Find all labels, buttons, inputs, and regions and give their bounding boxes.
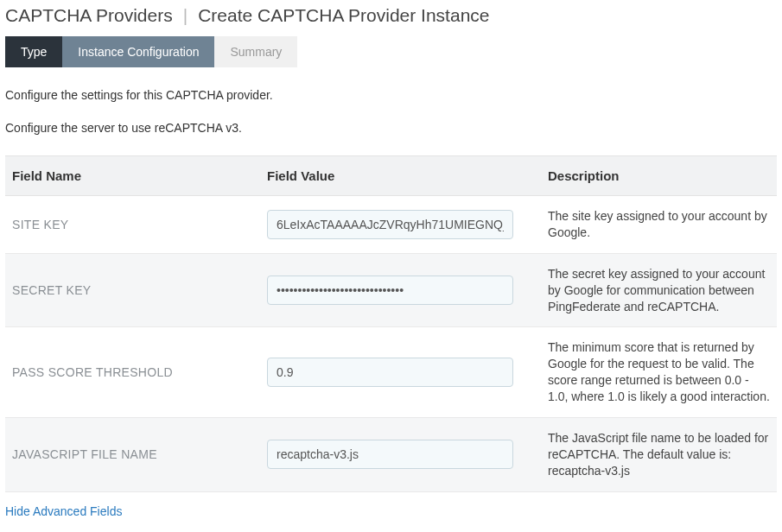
col-description: Description [541, 156, 777, 196]
field-desc-js-file: The JavaScript file name to be loaded fo… [541, 418, 777, 492]
javascript-file-name-input[interactable] [267, 440, 513, 469]
pass-score-threshold-input[interactable] [267, 358, 513, 387]
tabs: Type Instance Configuration Summary [5, 36, 777, 67]
field-name-secret-key: SECRET KEY [5, 253, 260, 327]
col-field-value: Field Value [260, 156, 541, 196]
page-title: Create CAPTCHA Provider Instance [198, 5, 489, 26]
table-row: PASS SCORE THRESHOLD The minimum score t… [5, 327, 777, 418]
table-row: SECRET KEY The secret key assigned to yo… [5, 253, 777, 327]
breadcrumb[interactable]: CAPTCHA Providers [5, 5, 173, 26]
fields-table: Field Name Field Value Description SITE … [5, 155, 777, 492]
intro-line-2: Configure the server to use reCAPTCHA v3… [5, 121, 777, 135]
col-field-name: Field Name [5, 156, 260, 196]
intro-text: Configure the settings for this CAPTCHA … [5, 88, 777, 135]
field-desc-pass-score: The minimum score that is returned by Go… [541, 327, 777, 418]
site-key-input[interactable] [267, 210, 513, 239]
hide-advanced-fields-link[interactable]: Hide Advanced Fields [5, 504, 122, 518]
field-name-pass-score: PASS SCORE THRESHOLD [5, 327, 260, 418]
tab-type[interactable]: Type [5, 36, 62, 67]
secret-key-input[interactable] [267, 276, 513, 305]
header-divider: | [183, 5, 188, 26]
field-name-site-key: SITE KEY [5, 196, 260, 254]
tab-summary[interactable]: Summary [214, 36, 297, 67]
page-header: CAPTCHA Providers | Create CAPTCHA Provi… [5, 5, 777, 26]
intro-line-1: Configure the settings for this CAPTCHA … [5, 88, 777, 102]
tab-instance-configuration[interactable]: Instance Configuration [62, 36, 214, 67]
field-name-js-file: JAVASCRIPT FILE NAME [5, 418, 260, 492]
field-desc-secret-key: The secret key assigned to your account … [541, 253, 777, 327]
field-desc-site-key: The site key assigned to your account by… [541, 196, 777, 254]
table-row: JAVASCRIPT FILE NAME The JavaScript file… [5, 418, 777, 492]
table-row: SITE KEY The site key assigned to your a… [5, 196, 777, 254]
